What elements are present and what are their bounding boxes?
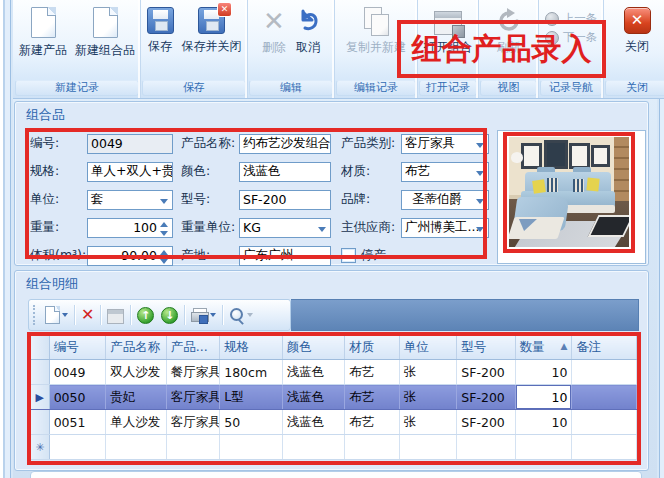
close-badge-icon bbox=[217, 2, 232, 17]
cell-material[interactable]: 布艺 bbox=[345, 360, 399, 385]
cell-spec[interactable]: L型 bbox=[220, 385, 283, 410]
chevron-down-icon[interactable] bbox=[476, 227, 484, 232]
chevron-down-icon[interactable] bbox=[160, 199, 168, 204]
cell-model[interactable]: SF-200 bbox=[457, 410, 516, 435]
chevron-down-icon[interactable] bbox=[318, 227, 326, 232]
cell-product-name[interactable]: 贵妃 bbox=[106, 385, 167, 410]
cell-product-name[interactable]: 双人沙发 bbox=[106, 360, 167, 385]
table-row[interactable]: 0051 单人沙发 客厅家具 50 浅蓝色 布艺 张 SF-200 10 bbox=[31, 410, 637, 435]
material-select[interactable]: 布艺 bbox=[401, 162, 489, 182]
col-header-unit[interactable]: 单位 bbox=[399, 336, 457, 360]
unit-value: 套 bbox=[91, 191, 104, 208]
unit-select[interactable]: 套 bbox=[87, 190, 173, 210]
col-header-color[interactable]: 颜色 bbox=[282, 336, 345, 360]
new-product-label: 新建产品 bbox=[19, 42, 67, 59]
table-row[interactable]: 0049 双人沙发 餐厅家具 180cm 浅蓝色 布艺 张 SF-200 10 bbox=[31, 360, 637, 385]
col-header-spec[interactable]: 规格 bbox=[220, 336, 283, 360]
cell-spec[interactable]: 50 bbox=[220, 410, 283, 435]
col-header-category[interactable]: 产品... bbox=[166, 336, 219, 360]
close-button[interactable]: 关闭 bbox=[621, 5, 654, 57]
cell-qty[interactable]: 10 bbox=[515, 410, 572, 435]
cell-category[interactable]: 客厅家具 bbox=[166, 410, 219, 435]
save-button[interactable]: 保存 bbox=[144, 5, 177, 57]
chevron-down-icon[interactable] bbox=[62, 313, 68, 317]
col-header-code[interactable]: 编号 bbox=[49, 336, 106, 360]
color-field[interactable]: 浅蓝色 bbox=[239, 162, 331, 182]
cancel-button[interactable]: 取消 bbox=[292, 5, 324, 58]
save-and-close-button[interactable]: 保存并关闭 bbox=[179, 5, 245, 57]
cancel-label: 取消 bbox=[296, 39, 320, 56]
category-select[interactable]: 客厅家具 bbox=[401, 134, 489, 154]
cell-qty[interactable]: 10 bbox=[515, 360, 572, 385]
row-indicator-header bbox=[31, 336, 49, 360]
cell-material[interactable]: 布艺 bbox=[345, 385, 399, 410]
supplier-label: 主供应商: bbox=[341, 219, 401, 236]
cell-color[interactable]: 浅蓝色 bbox=[282, 385, 345, 410]
col-header-product-name[interactable]: 产品名称 bbox=[106, 336, 167, 360]
product-name-field[interactable]: 约布艺沙发组合 bbox=[239, 134, 331, 154]
volume-stepper[interactable]: 90.00 bbox=[87, 246, 173, 266]
new-combo-button[interactable]: 新建组合品 bbox=[72, 5, 138, 61]
cell-unit[interactable]: 张 bbox=[399, 410, 457, 435]
move-up-button[interactable] bbox=[135, 305, 156, 326]
model-field[interactable]: SF-200 bbox=[239, 190, 331, 210]
group-label-open-record: 打开记录 bbox=[419, 80, 477, 96]
new-row[interactable]: ✳ bbox=[31, 435, 637, 460]
cell-code[interactable]: 0051 bbox=[49, 410, 106, 435]
spinner-arrows-icon[interactable] bbox=[160, 221, 169, 237]
cell-material[interactable]: 布艺 bbox=[345, 410, 399, 435]
print-export-icon bbox=[191, 308, 208, 323]
unit-label: 单位: bbox=[30, 191, 87, 208]
cell-note[interactable] bbox=[572, 385, 637, 410]
origin-field[interactable]: 广东广州 bbox=[239, 246, 331, 266]
cell-code[interactable]: 0049 bbox=[49, 360, 106, 385]
bottom-panel-edge bbox=[30, 471, 642, 478]
cell-unit[interactable]: 张 bbox=[399, 385, 457, 410]
cell-category[interactable]: 客厅家具 bbox=[166, 385, 219, 410]
spec-field[interactable]: 单人+双人+贵妃 bbox=[87, 162, 173, 182]
col-header-material[interactable]: 材质 bbox=[345, 336, 399, 360]
move-up-icon bbox=[137, 307, 154, 324]
weight-unit-select[interactable]: KG bbox=[239, 218, 331, 238]
delete-row-button[interactable] bbox=[79, 305, 96, 325]
move-down-button[interactable] bbox=[159, 305, 180, 326]
search-button[interactable] bbox=[227, 305, 255, 325]
annotation-stamp-text: 组合产品录入 bbox=[412, 29, 592, 70]
discontinued-checkbox[interactable] bbox=[341, 248, 356, 263]
weight-stepper[interactable]: 100 bbox=[87, 218, 173, 238]
spinner-arrows-icon[interactable] bbox=[160, 249, 169, 265]
table-row-selected[interactable]: ▶ 0050 贵妃 客厅家具 L型 浅蓝色 布艺 张 SF-200 10 bbox=[31, 385, 637, 410]
chevron-down-icon[interactable] bbox=[476, 199, 484, 204]
search-icon bbox=[229, 307, 245, 323]
cell-unit[interactable]: 张 bbox=[399, 360, 457, 385]
code-field[interactable]: 0049 bbox=[87, 134, 173, 154]
cell-spec[interactable]: 180cm bbox=[220, 360, 283, 385]
col-header-note[interactable]: 备注 bbox=[572, 336, 637, 360]
cell-qty-focused[interactable]: 10 bbox=[515, 385, 572, 410]
cell-code[interactable]: 0050 bbox=[49, 385, 106, 410]
add-row-icon bbox=[45, 306, 60, 324]
cell-model[interactable]: SF-200 bbox=[457, 360, 516, 385]
brand-select[interactable]: 圣蒂伯爵 bbox=[401, 190, 489, 210]
window-left-edge bbox=[0, 0, 13, 478]
add-row-button[interactable] bbox=[43, 304, 70, 326]
cell-color[interactable]: 浅蓝色 bbox=[282, 360, 345, 385]
new-product-button[interactable]: 新建产品 bbox=[16, 5, 70, 61]
print-export-button[interactable] bbox=[189, 306, 218, 325]
supplier-select[interactable]: 广州博美工... bbox=[401, 218, 489, 238]
cell-product-name[interactable]: 单人沙发 bbox=[106, 410, 167, 435]
col-header-model[interactable]: 型号 bbox=[457, 336, 516, 360]
cell-category[interactable]: 餐厅家具 bbox=[166, 360, 219, 385]
group-label-close: 关闭 bbox=[605, 80, 664, 96]
product-name-value: 约布艺沙发组合 bbox=[243, 135, 331, 152]
chevron-down-icon[interactable] bbox=[210, 313, 216, 317]
chevron-down-icon[interactable] bbox=[476, 171, 484, 176]
cell-color[interactable]: 浅蓝色 bbox=[282, 410, 345, 435]
ribbon-group-save: 保存 保存并关闭 保存 bbox=[140, 0, 247, 98]
cell-note[interactable] bbox=[572, 360, 637, 385]
cell-note[interactable] bbox=[572, 410, 637, 435]
cell-model[interactable]: SF-200 bbox=[457, 385, 516, 410]
toolbar-grip bbox=[33, 305, 38, 325]
col-header-qty[interactable]: 数量▲ bbox=[515, 336, 572, 360]
chevron-down-icon[interactable] bbox=[476, 143, 484, 148]
